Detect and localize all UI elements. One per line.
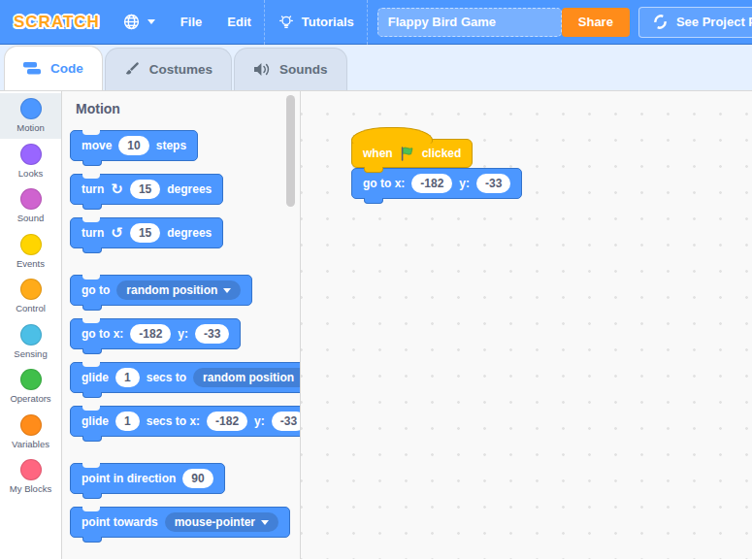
block-number-input[interactable]: -33 bbox=[476, 174, 510, 193]
sidebar-category-control[interactable]: Control bbox=[0, 274, 61, 319]
sidebar-category-variables[interactable]: Variables bbox=[0, 410, 61, 455]
palette-block-move-steps[interactable]: move10steps bbox=[70, 130, 198, 161]
globe-icon bbox=[122, 13, 141, 31]
turn-clockwise-icon: ↻ bbox=[111, 182, 123, 197]
block-number-input[interactable]: -182 bbox=[411, 174, 452, 193]
sidebar-category-motion[interactable]: Motion bbox=[0, 93, 61, 139]
category-label: Sound bbox=[17, 213, 44, 223]
category-color-dot bbox=[20, 144, 42, 165]
see-inside-icon bbox=[653, 15, 668, 29]
block-label: go to bbox=[82, 283, 110, 297]
sidebar-category-sound[interactable]: Sound bbox=[0, 183, 61, 229]
category-color-dot bbox=[20, 98, 42, 119]
tab-costumes[interactable]: Costumes bbox=[105, 48, 232, 90]
block-number-input[interactable]: 15 bbox=[130, 223, 160, 243]
block-dropdown[interactable]: mouse-pointer bbox=[165, 512, 278, 532]
category-color-dot bbox=[20, 324, 42, 346]
palette-block-glide-to-xy[interactable]: glide1secs to x:-182y:-33 bbox=[70, 406, 301, 437]
block-label: turn bbox=[82, 226, 104, 240]
dropdown-value: random position bbox=[126, 283, 217, 297]
dropdown-value: mouse-pointer bbox=[175, 515, 255, 529]
category-color-dot bbox=[20, 188, 42, 210]
block-label: turn bbox=[82, 182, 104, 196]
sidebar-category-looks[interactable]: Looks bbox=[0, 139, 61, 184]
sidebar-category-operators[interactable]: Operators bbox=[0, 364, 61, 410]
category-color-dot bbox=[20, 414, 42, 436]
tab-code[interactable]: Code bbox=[4, 46, 103, 90]
scratch-logo[interactable]: SCRATCH bbox=[14, 13, 100, 32]
block-number-input[interactable]: 1 bbox=[115, 368, 140, 387]
block-number-input[interactable]: -33 bbox=[195, 324, 229, 344]
category-color-dot bbox=[20, 279, 42, 300]
sidebar-category-my-blocks[interactable]: My Blocks bbox=[0, 454, 61, 500]
block-label: glide bbox=[82, 414, 109, 428]
category-label: Looks bbox=[18, 168, 43, 179]
category-label: Variables bbox=[12, 439, 49, 449]
block-label: move bbox=[82, 139, 112, 152]
block-category-sidebar: MotionLooksSoundEventsControlSensingOper… bbox=[0, 91, 62, 559]
block-label: clicked bbox=[422, 147, 462, 160]
code-blocks-icon bbox=[23, 61, 43, 76]
palette-block-turn-left[interactable]: turn↺15degrees bbox=[70, 217, 223, 248]
block-number-input[interactable]: 1 bbox=[115, 412, 140, 431]
block-label: steps bbox=[156, 139, 186, 152]
menu-bar: SCRATCH File Edit bbox=[0, 0, 752, 45]
sidebar-category-events[interactable]: Events bbox=[0, 229, 61, 275]
see-project-page-button[interactable]: See Project Page bbox=[638, 7, 752, 38]
block-label: go to x: bbox=[363, 177, 405, 190]
editor-body: MotionLooksSoundEventsControlSensingOper… bbox=[0, 91, 752, 559]
palette-block-point-towards[interactable]: point towardsmouse-pointer bbox=[70, 507, 290, 538]
palette-scrollbar-thumb[interactable] bbox=[286, 95, 295, 207]
tab-sounds-label: Sounds bbox=[279, 62, 328, 77]
category-label: Operators bbox=[10, 393, 50, 404]
dropdown-caret-icon bbox=[223, 288, 231, 293]
block-number-input[interactable]: -182 bbox=[130, 324, 171, 344]
tab-code-label: Code bbox=[50, 61, 83, 76]
green-flag-icon bbox=[400, 147, 415, 161]
tab-sounds[interactable]: Sounds bbox=[234, 48, 347, 90]
menu-divider bbox=[367, 0, 368, 45]
category-color-dot bbox=[20, 369, 42, 390]
block-label: point towards bbox=[82, 515, 158, 529]
tutorials-menu[interactable]: Tutorials bbox=[265, 0, 367, 45]
block-label: glide bbox=[82, 371, 109, 384]
project-name-input[interactable] bbox=[377, 8, 562, 37]
palette-block-point-in-direction[interactable]: point in direction90 bbox=[70, 463, 225, 494]
speaker-icon bbox=[253, 62, 272, 77]
share-button[interactable]: Share bbox=[562, 8, 630, 37]
block-dropdown[interactable]: random position bbox=[116, 280, 241, 300]
tutorials-label: Tutorials bbox=[302, 15, 354, 29]
category-label: Motion bbox=[16, 122, 45, 133]
editor-tab-bar: Code Costumes Sounds bbox=[0, 45, 752, 91]
block-label: y: bbox=[178, 327, 188, 341]
block-number-input[interactable]: 15 bbox=[130, 180, 160, 199]
block-number-input[interactable]: -33 bbox=[272, 412, 301, 431]
file-menu[interactable]: File bbox=[168, 0, 214, 45]
script-hat-when-green-flag-clicked[interactable]: whenclicked bbox=[351, 139, 473, 168]
chevron-down-icon bbox=[147, 19, 155, 24]
block-label: y: bbox=[254, 414, 265, 428]
block-number-input[interactable]: -182 bbox=[207, 412, 247, 431]
palette-block-go-to[interactable]: go torandom position bbox=[70, 275, 252, 306]
block-number-input[interactable]: 90 bbox=[182, 469, 213, 488]
code-canvas[interactable]: whenclickedgo to x:-182y:-33 bbox=[301, 91, 752, 559]
turn-counterclockwise-icon: ↺ bbox=[111, 226, 123, 241]
block-dropdown[interactable]: random position bbox=[193, 368, 301, 387]
language-selector[interactable] bbox=[110, 0, 168, 45]
see-project-page-label: See Project Page bbox=[676, 15, 752, 29]
block-label: point in direction bbox=[82, 472, 176, 485]
block-label: secs to bbox=[147, 371, 186, 384]
palette-block-glide-to[interactable]: glide1secs torandom position bbox=[70, 362, 301, 393]
palette-block-go-to-xy[interactable]: go to x:-182y:-33 bbox=[70, 318, 241, 349]
palette-block-turn-right[interactable]: turn↻15degrees bbox=[70, 174, 223, 205]
category-label: My Blocks bbox=[10, 483, 51, 494]
block-number-input[interactable]: 10 bbox=[118, 136, 148, 155]
category-label: Sensing bbox=[14, 348, 47, 359]
block-label: degrees bbox=[167, 226, 212, 240]
script-stack: whenclickedgo to x:-182y:-33 bbox=[351, 127, 522, 199]
palette-header: Motion bbox=[76, 101, 300, 116]
sidebar-category-sensing[interactable]: Sensing bbox=[0, 319, 61, 365]
edit-menu[interactable]: Edit bbox=[214, 0, 264, 45]
dropdown-value: random position bbox=[203, 371, 294, 384]
block-palette: Motion move10stepsturn↻15degreesturn↺15d… bbox=[62, 91, 301, 559]
